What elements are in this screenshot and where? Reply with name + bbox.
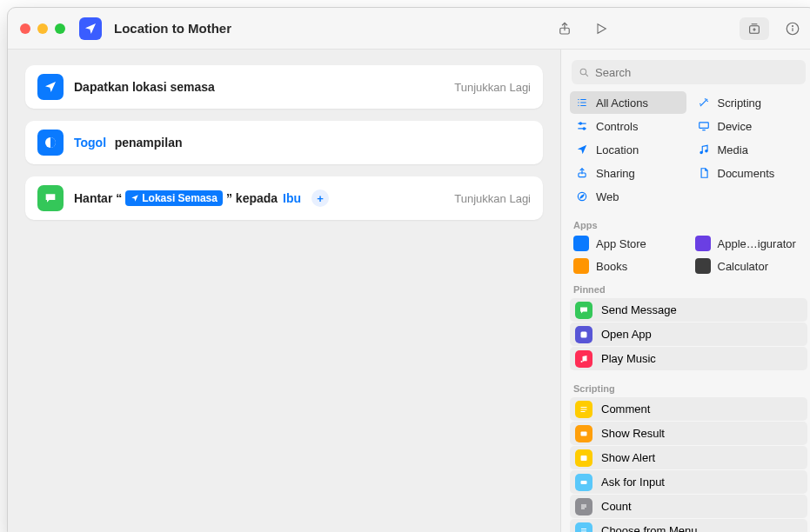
action-text-mid: ” kepada xyxy=(226,191,278,205)
action-token[interactable]: Togol xyxy=(74,136,106,150)
app-apple-configurator[interactable]: Apple…igurator xyxy=(692,232,808,255)
action-get-current-location[interactable]: Dapatkan lokasi semasa Tunjukkan Lagi xyxy=(25,65,543,109)
messages-icon xyxy=(37,185,64,211)
app-window: Location to Mother xyxy=(7,7,810,532)
variable-chip-current-location[interactable]: Lokasi Semasa xyxy=(125,190,223,206)
action-count[interactable]: Count xyxy=(570,495,807,518)
count-icon xyxy=(575,498,592,515)
svg-point-7 xyxy=(583,128,585,130)
action-label: penampilan xyxy=(115,136,183,150)
svg-point-3 xyxy=(793,25,793,26)
category-documents[interactable]: Documents xyxy=(692,162,808,184)
svg-point-15 xyxy=(586,359,587,361)
messages-icon xyxy=(575,302,592,319)
apps-grid: App Store Apple…igurator Books Calculato… xyxy=(561,232,810,277)
category-grid: All Actions Scripting Controls Device Lo… xyxy=(561,91,810,213)
action-ask-for-input[interactable]: Ask for Input xyxy=(570,470,807,494)
section-head-apps: Apps xyxy=(561,213,810,232)
action-library-sidebar: All Actions Scripting Controls Device Lo… xyxy=(561,50,810,532)
svg-rect-8 xyxy=(699,123,708,128)
titlebar: Location to Mother xyxy=(8,8,810,50)
category-controls[interactable]: Controls xyxy=(570,115,686,137)
device-icon xyxy=(697,119,711,133)
search-field[interactable] xyxy=(572,60,806,84)
category-sharing[interactable]: Sharing xyxy=(570,162,686,184)
svg-rect-18 xyxy=(581,481,587,484)
svg-rect-16 xyxy=(581,431,587,436)
minimize-window-button[interactable] xyxy=(37,23,48,34)
category-location[interactable]: Location xyxy=(570,138,686,161)
action-send-message[interactable]: Hantar “ Lokasi Semasa ” kepada Ibu + Tu… xyxy=(25,176,543,220)
info-button[interactable] xyxy=(781,17,804,40)
section-head-scripting: Scripting xyxy=(561,376,810,396)
location-icon xyxy=(575,143,589,156)
library-button[interactable] xyxy=(740,17,769,40)
action-show-result[interactable]: Show Result xyxy=(570,422,807,445)
books-icon xyxy=(573,258,589,274)
show-alert-icon xyxy=(575,449,592,467)
shortcut-app-icon xyxy=(79,17,102,40)
sliders-icon xyxy=(575,119,589,133)
category-device[interactable]: Device xyxy=(692,115,808,137)
comment-icon xyxy=(575,401,592,418)
pinned-open-app[interactable]: Open App xyxy=(570,323,807,346)
section-head-pinned: Pinned xyxy=(561,277,810,296)
svg-rect-13 xyxy=(581,331,587,337)
svg-point-10 xyxy=(705,150,706,152)
search-icon xyxy=(579,67,590,78)
choose-menu-icon xyxy=(575,522,592,533)
configurator-icon xyxy=(695,236,711,251)
music-note-icon xyxy=(697,143,711,156)
list-icon xyxy=(575,96,589,110)
app-calculator[interactable]: Calculator xyxy=(692,255,808,277)
window-title: Location to Mother xyxy=(114,21,545,36)
safari-icon xyxy=(575,190,589,203)
pinned-play-music[interactable]: Play Music xyxy=(570,347,807,370)
appearance-icon xyxy=(37,130,64,156)
svg-rect-17 xyxy=(581,456,587,461)
ask-input-icon xyxy=(575,474,592,491)
add-recipient-button[interactable]: + xyxy=(311,190,329,207)
action-show-alert[interactable]: Show Alert xyxy=(570,446,807,469)
open-app-icon xyxy=(575,326,592,343)
action-label: Dapatkan lokasi semasa xyxy=(74,80,215,94)
document-icon xyxy=(697,166,711,180)
action-comment[interactable]: Comment xyxy=(570,397,807,421)
show-more-button[interactable]: Tunjukkan Lagi xyxy=(454,81,531,94)
scripting-list: Comment Show Result Show Alert Ask for I… xyxy=(561,396,810,532)
location-arrow-icon xyxy=(37,74,64,100)
pinned-list: Send Message Open App Play Music xyxy=(561,296,810,376)
window-controls xyxy=(20,23,65,34)
share-icon xyxy=(575,166,589,180)
app-store-icon xyxy=(573,236,589,251)
pinned-send-message[interactable]: Send Message xyxy=(570,298,807,322)
category-web[interactable]: Web xyxy=(570,185,686,208)
fullscreen-window-button[interactable] xyxy=(55,23,65,34)
svg-point-14 xyxy=(581,361,583,362)
category-media[interactable]: Media xyxy=(692,138,808,161)
wand-icon xyxy=(697,96,711,110)
shortcut-canvas[interactable]: Dapatkan lokasi semasa Tunjukkan Lagi To… xyxy=(8,50,561,532)
category-all-actions[interactable]: All Actions xyxy=(570,91,686,114)
action-text-pre: Hantar “ xyxy=(74,191,122,205)
show-more-button[interactable]: Tunjukkan Lagi xyxy=(454,192,531,205)
calculator-icon xyxy=(695,258,711,274)
share-button[interactable] xyxy=(553,17,576,40)
close-window-button[interactable] xyxy=(20,23,30,34)
search-input[interactable] xyxy=(595,66,799,79)
category-scripting[interactable]: Scripting xyxy=(692,91,808,114)
action-toggle-appearance[interactable]: Togol penampilan xyxy=(25,121,543,164)
music-icon xyxy=(575,350,592,368)
svg-point-5 xyxy=(580,69,586,75)
svg-point-9 xyxy=(700,151,701,153)
svg-point-12 xyxy=(578,192,586,200)
run-button[interactable] xyxy=(590,17,613,40)
show-result-icon xyxy=(575,425,592,442)
svg-point-6 xyxy=(579,123,581,124)
action-choose-from-menu[interactable]: Choose from Menu xyxy=(570,519,807,532)
app-app-store[interactable]: App Store xyxy=(570,232,686,255)
recipient-token[interactable]: Ibu xyxy=(283,191,301,205)
workspace: Dapatkan lokasi semasa Tunjukkan Lagi To… xyxy=(8,50,810,532)
app-books[interactable]: Books xyxy=(570,255,686,277)
